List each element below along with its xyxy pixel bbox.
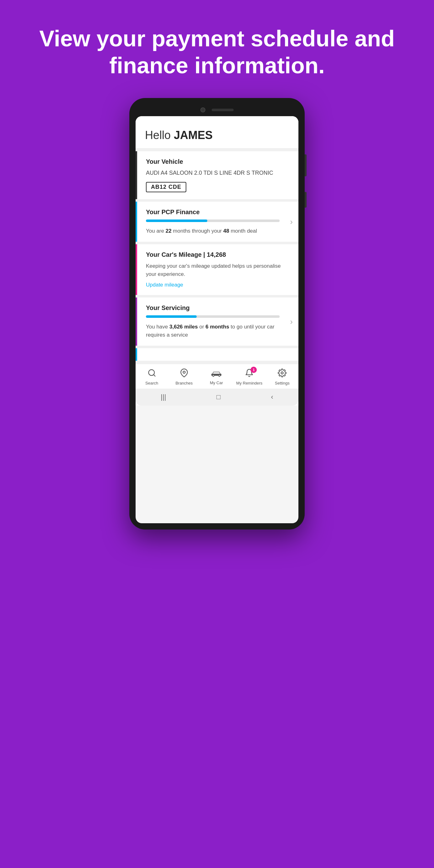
app-content: Hello JAMES Your Vehicle AUDI A4 SALOON …: [135, 116, 299, 406]
location-icon: [180, 369, 188, 379]
search-icon: [148, 369, 156, 379]
finance-card[interactable]: Your PCP Finance You are 22 months throu…: [135, 202, 299, 242]
phone-device: Hello JAMES Your Vehicle AUDI A4 SALOON …: [129, 98, 305, 529]
reminders-badge: 1: [250, 367, 257, 373]
greeting-section: Hello JAMES: [135, 116, 299, 148]
finance-months-completed: 22: [166, 228, 172, 234]
servicing-card-title: Your Servicing: [146, 304, 280, 312]
hero-section: View your payment schedule and finance i…: [0, 0, 434, 98]
nav-my-car-label: My Car: [210, 380, 223, 385]
finance-progress-fill: [146, 219, 207, 222]
finance-card-title: Your PCP Finance: [146, 209, 280, 216]
servicing-progress-bar: [146, 315, 280, 318]
greeting-text: Hello JAMES: [145, 129, 289, 142]
android-home-button[interactable]: □: [216, 393, 220, 401]
servicing-chevron-icon[interactable]: ›: [290, 317, 293, 327]
camera-icon: [200, 107, 206, 113]
android-nav-bar: ||| □ ‹: [135, 389, 299, 405]
servicing-miles: 3,626 miles: [169, 324, 198, 330]
finance-progress-bar: [146, 219, 280, 222]
phone-notch: [135, 107, 299, 113]
servicing-card-desc: You have 3,626 miles or 6 months to go u…: [146, 323, 280, 339]
nav-item-search[interactable]: Search: [140, 369, 164, 385]
update-mileage-link[interactable]: Update mileage: [146, 282, 183, 288]
nav-branches-label: Branches: [175, 381, 193, 385]
nav-item-branches[interactable]: Branches: [172, 369, 197, 385]
power-button: [305, 192, 307, 208]
vehicle-card-title: Your Vehicle: [146, 158, 290, 165]
phone-screen: Hello JAMES Your Vehicle AUDI A4 SALOON …: [135, 116, 299, 523]
gear-icon: [278, 369, 286, 379]
mileage-card-title: Your Car's Mileage | 14,268: [146, 251, 290, 258]
finance-card-desc: You are 22 months through your 48 month …: [146, 227, 280, 235]
nav-settings-label: Settings: [275, 381, 290, 385]
bottom-nav: Search Branches: [135, 364, 299, 389]
nav-item-my-reminders[interactable]: 1 My Reminders: [236, 369, 262, 385]
nav-search-label: Search: [145, 381, 158, 385]
nav-reminders-label: My Reminders: [236, 381, 262, 385]
greeting-prefix: Hello: [145, 129, 174, 142]
speaker-grille: [212, 108, 234, 111]
reg-plate: AB12 CDE: [146, 182, 186, 192]
android-menu-button[interactable]: |||: [161, 393, 166, 401]
vehicle-card: Your Vehicle AUDI A4 SALOON 2.0 TDI S LI…: [135, 151, 299, 199]
svg-point-3: [281, 372, 283, 374]
vehicle-name: AUDI A4 SALOON 2.0 TDI S LINE 4DR S TRON…: [146, 169, 290, 177]
svg-line-1: [153, 375, 155, 376]
finance-chevron-icon[interactable]: ›: [290, 217, 293, 227]
hero-title: View your payment schedule and finance i…: [0, 0, 434, 98]
svg-point-2: [183, 371, 185, 374]
mileage-card-desc: Keeping your car's mileage updated helps…: [146, 262, 290, 278]
finance-total-months: 48: [223, 228, 229, 234]
servicing-progress-fill: [146, 315, 197, 318]
volume-button: [305, 154, 307, 176]
cards-container: Your Vehicle AUDI A4 SALOON 2.0 TDI S LI…: [135, 148, 299, 364]
greeting-name: JAMES: [174, 129, 213, 142]
car-icon: [211, 369, 221, 379]
nav-item-settings[interactable]: Settings: [270, 369, 294, 385]
partial-card-hint: [135, 348, 299, 361]
servicing-card[interactable]: Your Servicing You have 3,626 miles or 6…: [135, 298, 299, 346]
mileage-card: Your Car's Mileage | 14,268 Keeping your…: [135, 244, 299, 295]
bell-icon: 1: [245, 369, 254, 379]
nav-item-my-car[interactable]: My Car: [204, 369, 229, 385]
servicing-months: 6 months: [206, 324, 229, 330]
android-back-button[interactable]: ‹: [271, 393, 273, 401]
